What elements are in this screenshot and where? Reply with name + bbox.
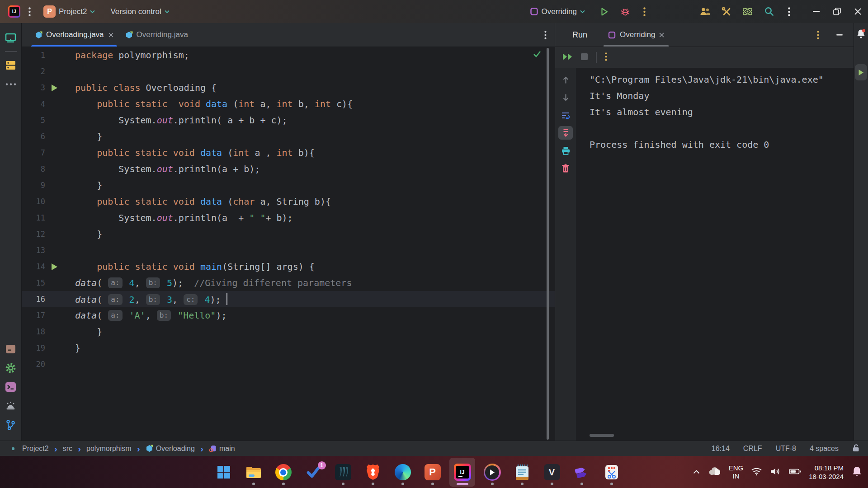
code-line[interactable]: 18 }	[22, 324, 555, 340]
search-icon[interactable]	[760, 3, 778, 20]
indent-setting[interactable]: 4 spaces	[810, 445, 839, 453]
wifi-icon[interactable]	[751, 467, 762, 478]
code-line[interactable]: 2	[22, 63, 555, 80]
run-button[interactable]	[596, 3, 613, 20]
start-button-taskbar-icon[interactable]	[211, 458, 236, 487]
print-icon[interactable]	[558, 144, 573, 157]
main-menu-kebab-icon[interactable]	[20, 7, 39, 16]
problems-alarm-icon[interactable]	[2, 397, 20, 414]
breadcrumb-project[interactable]: Project2	[22, 445, 49, 453]
code-editor[interactable]: 1package polymorphism;23public class Ove…	[22, 47, 555, 441]
more-run-actions-kebab-icon[interactable]	[636, 3, 653, 20]
breadcrumb-package[interactable]: polymorphism	[86, 445, 132, 453]
edge-taskbar-icon[interactable]	[390, 458, 415, 487]
code-line[interactable]: 7 public static void data (int a , int b…	[22, 145, 555, 161]
close-button[interactable]	[847, 0, 868, 23]
code-line[interactable]: 19}	[22, 340, 555, 356]
language-indicator[interactable]: ENG IN	[729, 464, 744, 480]
code-line[interactable]: 4 public static void data (int a, int b,…	[22, 96, 555, 112]
readonly-lock-icon[interactable]	[852, 444, 860, 454]
window-options-kebab-icon[interactable]	[780, 3, 797, 20]
clear-console-trash-icon[interactable]	[558, 161, 573, 175]
code-line[interactable]: 13	[22, 242, 555, 258]
dependencies-box-icon[interactable]	[2, 340, 20, 357]
run-line-arrow-icon[interactable]	[45, 263, 63, 271]
code-line[interactable]: 9 }	[22, 177, 555, 193]
code-line[interactable]: 17data( a: 'A', b: "Hello");	[22, 307, 555, 324]
vcs-widget[interactable]: Version control	[106, 5, 174, 19]
terminal-icon[interactable]	[2, 378, 20, 395]
ai-assistant-atom-icon[interactable]	[739, 3, 756, 20]
brave-taskbar-icon[interactable]	[360, 458, 386, 487]
scroll-down-icon[interactable]	[558, 91, 573, 104]
clock[interactable]: 08:18 PM 18-03-2024	[809, 464, 844, 481]
breadcrumb-method[interactable]: main	[209, 445, 235, 453]
code-line[interactable]: 6 }	[22, 128, 555, 145]
soft-wrap-icon[interactable]	[558, 108, 573, 122]
project-widget[interactable]: P Project2	[39, 3, 99, 20]
run-widget-play-button[interactable]	[855, 64, 867, 80]
code-line[interactable]: 10 public static void data (char a, Stri…	[22, 193, 555, 210]
console-output[interactable]: "C:\Program Files\Java\jdk-21\bin\java.e…	[576, 68, 854, 441]
code-line[interactable]: 16data( a: 2, b: 3, c: 4);	[22, 291, 555, 307]
code-line[interactable]: 20	[22, 356, 555, 372]
file-encoding[interactable]: UTF-8	[776, 445, 796, 453]
maximize-button[interactable]	[826, 0, 847, 23]
dark-blades-app-taskbar-icon[interactable]	[330, 458, 356, 487]
inspections-ok-check-icon[interactable]	[533, 51, 541, 59]
code-line[interactable]: 14 public static void main(String[] args…	[22, 258, 555, 275]
code-line[interactable]: 1package polymorphism;	[22, 47, 555, 63]
v-app-taskbar-icon[interactable]: V	[539, 458, 565, 487]
code-line[interactable]: 5 System.out.println( a + b + c);	[22, 112, 555, 128]
powerpoint-taskbar-icon[interactable]: P	[420, 458, 445, 487]
code-line[interactable]: 11 System.out.println(a + " "+ b);	[22, 210, 555, 226]
code-line[interactable]: 3public class Overloading {	[22, 80, 555, 96]
tab-overriding-java[interactable]: Overriding.java	[119, 23, 194, 47]
debug-button[interactable]	[617, 3, 634, 20]
breadcrumb-src[interactable]: src	[63, 445, 72, 453]
tab-overloading-java[interactable]: Overloading.java	[29, 23, 119, 47]
tab-options-kebab-icon[interactable]	[544, 31, 547, 39]
code-line[interactable]: 8 System.out.println(a + b);	[22, 161, 555, 177]
tools-icon[interactable]	[718, 3, 735, 20]
media-player-taskbar-icon[interactable]	[479, 458, 505, 487]
chrome-taskbar-icon[interactable]	[270, 458, 296, 487]
run-line-arrow-icon[interactable]	[45, 84, 63, 92]
snipping-tool-taskbar-icon[interactable]	[599, 458, 624, 487]
run-panel-options-kebab-icon[interactable]	[809, 26, 826, 43]
project-tool-monitor-icon[interactable]	[2, 29, 20, 47]
stop-button[interactable]	[581, 53, 588, 62]
close-tab-icon[interactable]	[108, 33, 113, 38]
notifications-bell-icon[interactable]	[856, 28, 866, 41]
todo-taskbar-icon[interactable]: 1	[300, 458, 326, 487]
scroll-up-icon[interactable]	[558, 73, 573, 87]
code-line[interactable]: 15data( a: 4, b: 5); //Giving different …	[22, 275, 555, 291]
settings-gear-icon[interactable]	[2, 359, 20, 376]
line-separator[interactable]: CRLF	[743, 445, 762, 453]
run-tab-overriding[interactable]: Overriding	[603, 23, 670, 47]
hide-panel-minimize-icon[interactable]	[831, 26, 848, 43]
git-branch-icon[interactable]	[2, 416, 20, 433]
rerun-button[interactable]	[562, 53, 573, 62]
more-tool-windows-icon[interactable]	[2, 75, 20, 93]
intellij-taskbar-icon[interactable]: IJ	[449, 458, 475, 487]
code-with-me-users-icon[interactable]	[696, 3, 713, 20]
volume-icon[interactable]	[770, 467, 781, 478]
editor-scrollbar[interactable]	[547, 48, 549, 440]
tray-chevron-up-icon[interactable]	[693, 468, 700, 476]
toolbar-more-kebab-icon[interactable]	[605, 52, 607, 63]
run-configuration-selector[interactable]: Overriding	[525, 5, 590, 19]
breadcrumb-class[interactable]: Overloading	[146, 445, 195, 453]
scroll-to-end-icon[interactable]	[558, 126, 573, 140]
caret-position[interactable]: 16:14	[712, 445, 730, 453]
structure-stack-icon[interactable]	[2, 56, 20, 74]
clipchamp-taskbar-icon[interactable]	[569, 458, 594, 487]
onedrive-cloud-icon[interactable]	[708, 467, 721, 478]
minimize-button[interactable]	[806, 0, 826, 23]
battery-icon[interactable]	[789, 468, 801, 477]
notification-bell-icon[interactable]	[851, 465, 863, 479]
console-hscrollbar[interactable]	[590, 434, 614, 437]
file-explorer-taskbar-icon[interactable]	[241, 458, 266, 487]
code-line[interactable]: 12 }	[22, 226, 555, 242]
close-tab-icon[interactable]	[659, 33, 664, 38]
